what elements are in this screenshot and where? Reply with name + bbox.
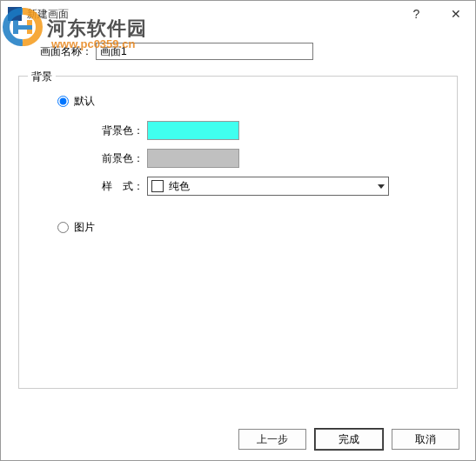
style-value: 纯色 (169, 179, 190, 194)
finish-button[interactable]: 完成 (315, 429, 383, 450)
app-icon (8, 7, 22, 21)
style-row: 样 式： 纯色 (93, 177, 439, 196)
window-title: 新建画面 (27, 7, 69, 22)
style-dropdown[interactable]: 纯色 (147, 177, 389, 196)
radio-default-row: 默认 (57, 94, 439, 109)
bgcolor-swatch[interactable] (147, 121, 239, 140)
cancel-button[interactable]: 取消 (392, 429, 459, 450)
style-label: 样 式： (93, 179, 144, 194)
radio-default[interactable] (57, 96, 69, 107)
button-bar: 上一步 完成 取消 (238, 429, 459, 450)
bgcolor-row: 背景色： (93, 121, 439, 140)
dialog-window: 新建画面 ? ✕ 河东软件园 www.pc0359.cn 画面名称： (0, 0, 476, 461)
chevron-down-icon (374, 177, 388, 195)
groupbox-title: 背景 (28, 70, 56, 84)
fgcolor-swatch[interactable] (147, 149, 239, 168)
close-button[interactable]: ✕ (436, 1, 475, 27)
dialog-content: 画面名称： 背景 默认 背景色： 前景色： 样 式： 纯色 (1, 27, 475, 398)
radio-image[interactable] (57, 222, 69, 233)
prev-button[interactable]: 上一步 (238, 429, 306, 450)
name-label: 画面名称： (40, 44, 92, 59)
radio-image-row: 图片 (57, 220, 439, 235)
name-row: 画面名称： (40, 43, 458, 60)
radio-image-label: 图片 (74, 220, 95, 235)
help-button[interactable]: ? (397, 1, 436, 27)
background-groupbox: 背景 默认 背景色： 前景色： 样 式： 纯色 (18, 76, 458, 389)
screen-name-input[interactable] (96, 43, 313, 60)
fgcolor-row: 前景色： (93, 149, 439, 168)
radio-default-label: 默认 (74, 94, 95, 109)
bgcolor-label: 背景色： (93, 124, 144, 138)
fgcolor-label: 前景色： (93, 151, 144, 166)
window-controls: ? ✕ (397, 1, 475, 27)
titlebar: 新建画面 ? ✕ (1, 1, 475, 27)
style-swatch-icon (151, 180, 164, 192)
